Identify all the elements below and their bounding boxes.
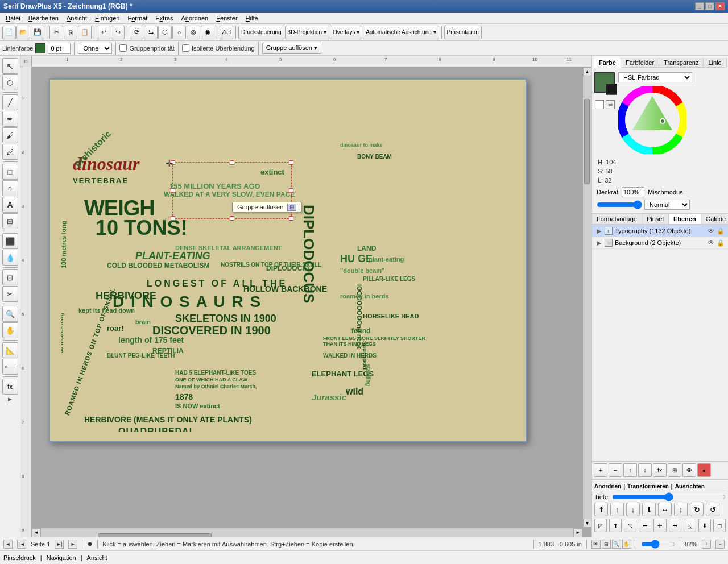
scissors-tool[interactable]: ✂ xyxy=(2,286,18,302)
view-btn1[interactable]: 👁 xyxy=(592,540,601,549)
align-mc-btn[interactable]: ✛ xyxy=(653,519,666,532)
zoom-out-btn[interactable]: − xyxy=(715,540,725,549)
layer-eye-background[interactable]: 👁 xyxy=(708,239,714,247)
eyedropper-tool[interactable]: 💧 xyxy=(2,250,18,266)
new-btn[interactable]: 📄 xyxy=(2,26,16,39)
ansicht-label[interactable]: Ansicht xyxy=(87,554,107,561)
tab-pinsel[interactable]: Pinsel xyxy=(642,214,669,224)
view-btn3[interactable]: 🔍 xyxy=(612,540,621,549)
cut-btn[interactable]: ✂ xyxy=(49,26,63,39)
horizontal-scrollbar[interactable]: ◄ ► xyxy=(32,528,582,537)
handle-br[interactable] xyxy=(289,216,293,221)
align-tr-btn[interactable]: ◹ xyxy=(624,519,636,532)
save-btn[interactable]: 💾 xyxy=(31,26,44,39)
menu-hilfe[interactable]: Hilfe xyxy=(242,14,262,23)
tab-farbe[interactable]: Farbe xyxy=(594,58,621,68)
pan-tool[interactable]: ✋ xyxy=(2,322,18,338)
page-first-btn[interactable]: |◄ xyxy=(17,540,26,549)
layer-color-btn[interactable]: ● xyxy=(697,463,711,477)
maximize-btn[interactable]: □ xyxy=(705,2,714,10)
tb-btn-b[interactable]: ○ xyxy=(172,26,186,39)
menu-datei[interactable]: Datei xyxy=(2,14,24,23)
select-tool[interactable]: ↖ xyxy=(2,58,18,74)
v-scroll-track[interactable] xyxy=(584,76,592,519)
gruppe-auflosen-btn[interactable]: Gruppe auflösen ▾ xyxy=(262,43,321,54)
overlays-btn[interactable]: Overlays ▾ xyxy=(330,26,362,39)
secondary-color-swatch[interactable] xyxy=(606,84,617,95)
measure-tool[interactable]: 📐 xyxy=(2,342,18,358)
brush-tool[interactable]: 🖌 xyxy=(2,127,18,143)
tb-btn-d[interactable]: ◉ xyxy=(201,26,214,39)
page-next-btn[interactable]: ► xyxy=(68,540,77,549)
fill-type-select[interactable]: Ohne xyxy=(78,43,112,54)
zoom-tool[interactable]: 🔍 xyxy=(2,306,18,322)
menu-format[interactable]: Format xyxy=(124,14,151,23)
menu-anordnen[interactable]: Anordnen xyxy=(178,14,212,23)
paste-btn[interactable]: 📋 xyxy=(78,26,92,39)
opacity-input[interactable] xyxy=(622,187,644,197)
page-last-btn[interactable]: ►| xyxy=(55,540,64,549)
layer-blend-btn[interactable]: ⊞ xyxy=(668,463,681,477)
canvas-area[interactable]: in 1 2 3 4 5 6 7 8 9 10 11 1 2 3 4 5 6 7… xyxy=(20,56,592,537)
handle-tm[interactable] xyxy=(230,160,234,165)
tb-btn-c[interactable]: ◎ xyxy=(187,26,200,39)
shape-tool[interactable]: □ xyxy=(2,164,18,180)
copy-btn[interactable]: ⎘ xyxy=(64,26,77,39)
layer-down-btn[interactable]: ↓ xyxy=(638,463,652,477)
layer-lock-typography[interactable]: 🔒 xyxy=(717,227,725,235)
pinseldruck-label[interactable]: Pinseldruck xyxy=(3,554,36,561)
layer-eye-all-btn[interactable]: 👁 xyxy=(682,463,696,477)
vertical-scrollbar[interactable]: ▲ ▼ xyxy=(582,67,592,528)
scroll-left-btn[interactable]: ◄ xyxy=(32,528,41,537)
close-btn[interactable]: ✕ xyxy=(715,2,725,10)
handle-tr[interactable] xyxy=(289,160,293,165)
flip-h-btn[interactable]: ↔ xyxy=(658,503,672,516)
scroll-right-btn[interactable]: ► xyxy=(573,528,582,537)
align-tl-btn[interactable]: ◸ xyxy=(594,519,607,532)
ziel-btn[interactable]: Ziel xyxy=(220,26,233,39)
reset-color-btn[interactable] xyxy=(595,100,604,109)
node-tool[interactable]: ⬡ xyxy=(2,74,18,90)
open-btn[interactable]: 📂 xyxy=(16,26,30,39)
align-br-btn[interactable]: ◻ xyxy=(713,519,726,532)
line-tool[interactable]: ╱ xyxy=(2,94,18,110)
layer-expand-typography[interactable]: ▶ xyxy=(595,227,602,235)
tab-linie[interactable]: Linie xyxy=(704,58,726,67)
pen-tool[interactable]: ✒ xyxy=(2,111,18,127)
rotate-cw-btn[interactable]: ↻ xyxy=(690,503,704,516)
menu-fenster[interactable]: Fenster xyxy=(213,14,241,23)
canvas-scroll-area[interactable]: dinosaur VERTEBRAE prehistoric WEIGH 10 … xyxy=(32,67,582,528)
menu-einfuegen[interactable]: Einfügen xyxy=(92,14,123,23)
text-tool[interactable]: A xyxy=(2,197,18,213)
opacity-slider[interactable] xyxy=(597,201,642,208)
paint-tool[interactable]: 🖊 xyxy=(2,144,18,160)
auto-ausrichtung-btn[interactable]: Automatische Ausrichtung ▾ xyxy=(363,26,439,39)
primary-color-swatch[interactable] xyxy=(594,72,615,93)
minimize-btn[interactable]: _ xyxy=(695,2,704,10)
fill-tool[interactable]: ⬛ xyxy=(2,233,18,249)
praesentation-btn[interactable]: Präsentation xyxy=(444,26,482,39)
3d-projektion-btn[interactable]: 3D-Projektion ▾ xyxy=(285,26,329,39)
layer-eye-typography[interactable]: 👁 xyxy=(708,227,714,235)
view-btn2[interactable]: ⊞ xyxy=(602,540,611,549)
layer-fx-btn[interactable]: fx xyxy=(653,463,667,477)
tb-btn-a[interactable]: ⬡ xyxy=(158,26,172,39)
v-scroll-thumb[interactable] xyxy=(584,99,590,184)
undo-btn[interactable]: ↩ xyxy=(97,26,110,39)
view-btn4[interactable]: ✋ xyxy=(622,540,631,549)
table-tool[interactable]: ⊞ xyxy=(2,213,18,229)
layer-expand-background[interactable]: ▶ xyxy=(595,239,602,247)
isolierte-check[interactable] xyxy=(182,44,189,52)
swap-color-btn[interactable]: ⇄ xyxy=(606,100,615,109)
menu-extras[interactable]: Extras xyxy=(152,14,176,23)
h-scroll-thumb[interactable] xyxy=(98,533,212,537)
align-tc-btn[interactable]: ⬆ xyxy=(609,519,622,532)
layer-add-btn[interactable]: + xyxy=(594,463,607,477)
align-bl-btn[interactable]: ◺ xyxy=(684,519,696,532)
gruppenprio-check[interactable] xyxy=(119,44,127,52)
zoom-in-btn[interactable]: + xyxy=(702,540,711,549)
layer-delete-btn[interactable]: − xyxy=(609,463,622,477)
tab-formatvorlage[interactable]: Formatvorlage xyxy=(592,214,642,224)
scroll-up-btn[interactable]: ▲ xyxy=(583,67,592,76)
layer-background[interactable]: ▶ □ Background (2 Objekte) 👁 🔒 xyxy=(592,237,728,249)
